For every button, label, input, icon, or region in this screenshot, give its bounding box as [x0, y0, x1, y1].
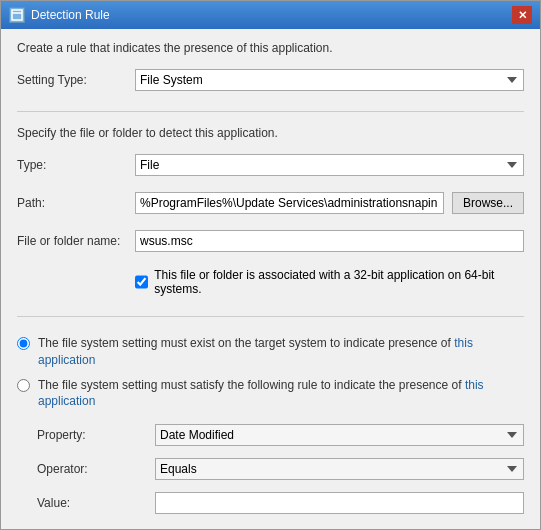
filename-row: File or folder name: — [17, 230, 524, 252]
operator-label: Operator: — [37, 462, 147, 476]
dialog-title: Detection Rule — [31, 8, 110, 22]
property-label: Property: — [37, 428, 147, 442]
radio2-input[interactable] — [17, 379, 30, 392]
type-label: Type: — [17, 158, 127, 172]
radio1-text: The file system setting must exist on th… — [38, 336, 454, 350]
operator-select[interactable]: Equals Not Equal Greater Than Less Than — [155, 458, 524, 480]
divider-2 — [17, 316, 524, 317]
setting-type-row: Setting Type: File System Registry Windo… — [17, 69, 524, 91]
property-select[interactable]: Date Modified Date Created Version Size — [155, 424, 524, 446]
operator-row: Operator: Equals Not Equal Greater Than … — [37, 458, 524, 480]
title-bar: Detection Rule ✕ — [1, 1, 540, 29]
radio1-label: The file system setting must exist on th… — [38, 335, 524, 369]
type-row: Type: File Folder — [17, 154, 524, 176]
radio2-text: The file system setting must satisfy the… — [38, 378, 465, 392]
checkbox-row: This file or folder is associated with a… — [17, 268, 524, 296]
dialog-icon — [9, 7, 25, 23]
property-row: Property: Date Modified Date Created Ver… — [37, 424, 524, 446]
radio-section: The file system setting must exist on th… — [17, 335, 524, 410]
radio1-row: The file system setting must exist on th… — [17, 335, 524, 369]
sub-form: Property: Date Modified Date Created Ver… — [17, 424, 524, 520]
value-row: Value: — [37, 492, 524, 514]
checkbox-label: This file or folder is associated with a… — [154, 268, 524, 296]
radio2-label: The file system setting must satisfy the… — [38, 377, 524, 411]
value-input[interactable] — [155, 492, 524, 514]
radio1-input[interactable] — [17, 337, 30, 350]
filename-input[interactable] — [135, 230, 524, 252]
path-input[interactable] — [135, 192, 444, 214]
path-label: Path: — [17, 196, 127, 210]
radio2-row: The file system setting must satisfy the… — [17, 377, 524, 411]
setting-type-select[interactable]: File System Registry Windows Installer — [135, 69, 524, 91]
setting-type-label: Setting Type: — [17, 73, 127, 87]
intro-text: Create a rule that indicates the presenc… — [17, 41, 524, 55]
close-button[interactable]: ✕ — [512, 6, 532, 24]
file-section-label: Specify the file or folder to detect thi… — [17, 126, 524, 140]
path-row: Path: Browse... — [17, 192, 524, 214]
dialog-content: Create a rule that indicates the presenc… — [1, 29, 540, 530]
title-bar-left: Detection Rule — [9, 7, 110, 23]
browse-button[interactable]: Browse... — [452, 192, 524, 214]
detection-rule-dialog: Detection Rule ✕ Create a rule that indi… — [0, 0, 541, 530]
filename-label: File or folder name: — [17, 234, 127, 248]
divider-1 — [17, 111, 524, 112]
svg-rect-0 — [12, 10, 22, 20]
value-label: Value: — [37, 496, 147, 510]
32bit-checkbox[interactable] — [135, 275, 148, 289]
type-select[interactable]: File Folder — [135, 154, 524, 176]
